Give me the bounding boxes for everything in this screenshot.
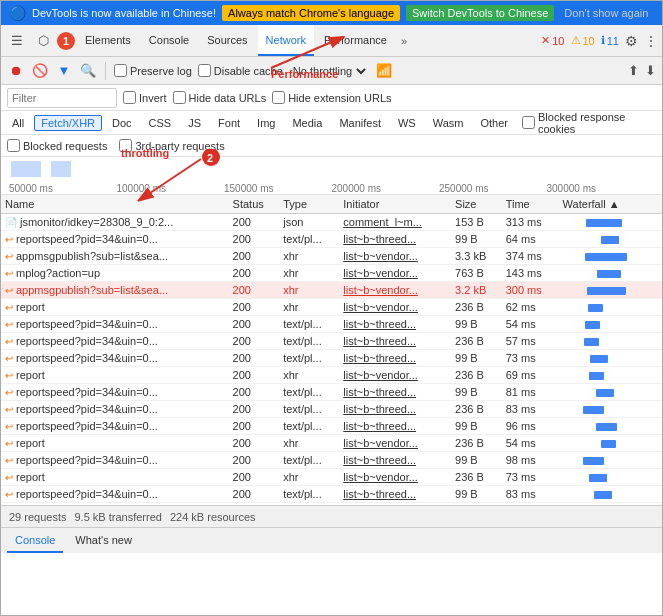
network-conditions-icon[interactable]: 📶 bbox=[375, 62, 393, 80]
cell-type: xhr bbox=[279, 367, 339, 384]
cell-initiator[interactable]: list~b~threed... bbox=[339, 418, 451, 435]
type-filter-doc[interactable]: Doc bbox=[105, 115, 139, 131]
hide-extension-urls-checkbox[interactable]: Hide extension URLs bbox=[272, 91, 391, 104]
cell-initiator[interactable]: list~b~threed... bbox=[339, 333, 451, 350]
preserve-log-checkbox[interactable]: Preserve log bbox=[114, 64, 192, 77]
type-filter-js[interactable]: JS bbox=[181, 115, 208, 131]
tab-sources[interactable]: Sources bbox=[199, 25, 255, 56]
blocked-response-cookies-checkbox[interactable]: Blocked response cookies bbox=[522, 111, 658, 135]
table-row[interactable]: ↩reportspeed?pid=34&uin=0...200text/pl..… bbox=[1, 333, 662, 350]
cell-initiator[interactable]: list~b~vendor... bbox=[339, 299, 451, 316]
cell-initiator[interactable]: list~b~threed... bbox=[339, 316, 451, 333]
table-row[interactable]: ↩reportspeed?pid=34&uin=0...200text/pl..… bbox=[1, 350, 662, 367]
cell-initiator[interactable]: list~b~vendor... bbox=[339, 265, 451, 282]
disable-cache-checkbox[interactable]: Disable cache bbox=[198, 64, 283, 77]
third-party-input[interactable] bbox=[119, 139, 132, 152]
cell-initiator[interactable]: list~b~vendor... bbox=[339, 282, 451, 299]
network-table-wrap[interactable]: Name Status Type Initiator Size Time Wat… bbox=[1, 195, 662, 505]
blocked-response-cookies-input[interactable] bbox=[522, 116, 535, 129]
tab-network[interactable]: Network bbox=[258, 25, 314, 56]
type-filter-manifest[interactable]: Manifest bbox=[332, 115, 388, 131]
cursor-icon[interactable]: ☰ bbox=[5, 29, 29, 53]
bottom-tab-whatsnew[interactable]: What's new bbox=[67, 528, 140, 553]
cell-size: 236 B bbox=[451, 469, 502, 486]
inspect-icon[interactable]: ⬡ bbox=[31, 29, 55, 53]
export-icon[interactable]: ⬇ bbox=[645, 63, 656, 78]
table-row[interactable]: ↩report200xhrlist~b~vendor...236 B62 ms bbox=[1, 299, 662, 316]
filter-input[interactable] bbox=[7, 88, 117, 108]
third-party-checkbox[interactable]: 3rd-party requests bbox=[119, 139, 224, 152]
switch-language-button[interactable]: Switch DevTools to Chinese bbox=[406, 5, 554, 21]
col-time[interactable]: Time bbox=[502, 195, 559, 214]
tab-performance[interactable]: Performance bbox=[316, 25, 395, 56]
invert-checkbox[interactable]: Invert bbox=[123, 91, 167, 104]
table-row[interactable]: ↩reportspeed?pid=34&uin=0...200text/pl..… bbox=[1, 452, 662, 469]
col-size[interactable]: Size bbox=[451, 195, 502, 214]
tab-console[interactable]: Console bbox=[141, 25, 197, 56]
table-row[interactable]: ↩report200xhrlist~b~vendor...236 B54 ms bbox=[1, 435, 662, 452]
type-filter-img[interactable]: Img bbox=[250, 115, 282, 131]
table-row[interactable]: ↩appmsgpublish?sub=list&sea...200xhrlist… bbox=[1, 282, 662, 299]
disable-cache-input[interactable] bbox=[198, 64, 211, 77]
hide-data-urls-input[interactable] bbox=[173, 91, 186, 104]
bottom-tab-console[interactable]: Console bbox=[7, 528, 63, 553]
dismiss-banner-button[interactable]: Don't show again bbox=[564, 7, 648, 19]
hide-data-urls-checkbox[interactable]: Hide data URLs bbox=[173, 91, 267, 104]
filter-icon[interactable]: ▼ bbox=[55, 62, 73, 80]
more-options-icon[interactable]: ⋮ bbox=[644, 33, 658, 49]
table-row[interactable]: ↩reportspeed?pid=34&uin=0...200text/pl..… bbox=[1, 231, 662, 248]
cell-initiator[interactable]: list~b~threed... bbox=[339, 486, 451, 503]
table-row[interactable]: ↩reportspeed?pid=34&uin=0...200text/pl..… bbox=[1, 316, 662, 333]
table-row[interactable]: ↩reportspeed?pid=34&uin=0...200text/pl..… bbox=[1, 486, 662, 503]
table-row[interactable]: ↩reportspeed?pid=34&uin=0...200text/pl..… bbox=[1, 418, 662, 435]
type-filter-all[interactable]: All bbox=[5, 115, 31, 131]
cell-initiator[interactable]: list~b~vendor... bbox=[339, 248, 451, 265]
import-icon[interactable]: ⬆ bbox=[628, 63, 639, 78]
table-row[interactable]: ↩reportspeed?pid=34&uin=0...200text/pl..… bbox=[1, 384, 662, 401]
col-initiator[interactable]: Initiator bbox=[339, 195, 451, 214]
cell-initiator[interactable]: list~b~threed... bbox=[339, 231, 451, 248]
cell-initiator[interactable]: list~b~threed... bbox=[339, 401, 451, 418]
table-row[interactable]: ↩report200xhrlist~b~vendor...236 B73 ms bbox=[1, 469, 662, 486]
hide-extension-urls-input[interactable] bbox=[272, 91, 285, 104]
cell-type: xhr bbox=[279, 469, 339, 486]
col-name[interactable]: Name bbox=[1, 195, 229, 214]
table-row[interactable]: ↩mplog?action=up200xhrlist~b~vendor...76… bbox=[1, 265, 662, 282]
col-type[interactable]: Type bbox=[279, 195, 339, 214]
disable-cache-label: Disable cache bbox=[214, 65, 283, 77]
type-filter-fetchxhr[interactable]: Fetch/XHR bbox=[34, 115, 102, 131]
table-row[interactable]: ↩reportspeed?pid=34&uin=0...200text/pl..… bbox=[1, 401, 662, 418]
cell-time: 57 ms bbox=[502, 333, 559, 350]
more-tabs-button[interactable]: » bbox=[397, 35, 411, 47]
cell-initiator[interactable]: list~b~vendor... bbox=[339, 435, 451, 452]
cell-initiator[interactable]: list~b~threed... bbox=[339, 452, 451, 469]
cell-initiator[interactable]: list~b~vendor... bbox=[339, 367, 451, 384]
table-row[interactable]: 📄jsmonitor/idkey=28308_9_0:2...200jsonco… bbox=[1, 214, 662, 231]
invert-input[interactable] bbox=[123, 91, 136, 104]
search-icon[interactable]: 🔍 bbox=[79, 62, 97, 80]
blocked-requests-input[interactable] bbox=[7, 139, 20, 152]
col-status[interactable]: Status bbox=[229, 195, 280, 214]
cell-initiator[interactable]: list~b~threed... bbox=[339, 384, 451, 401]
type-filter-css[interactable]: CSS bbox=[142, 115, 179, 131]
throttle-select[interactable]: No throttling Fast 3G Slow 3G Offline bbox=[289, 64, 369, 78]
type-filter-other[interactable]: Other bbox=[473, 115, 515, 131]
cell-initiator[interactable]: list~b~threed... bbox=[339, 350, 451, 367]
clear-button[interactable]: 🚫 bbox=[31, 62, 49, 80]
table-row[interactable]: ↩appmsgpublish?sub=list&sea...200xhrlist… bbox=[1, 248, 662, 265]
type-filter-font[interactable]: Font bbox=[211, 115, 247, 131]
cell-initiator[interactable]: comment_l~m... bbox=[339, 214, 451, 231]
preserve-log-input[interactable] bbox=[114, 64, 127, 77]
cell-status: 200 bbox=[229, 435, 280, 452]
settings-icon[interactable]: ⚙ bbox=[625, 33, 638, 49]
col-waterfall[interactable]: Waterfall ▲ bbox=[559, 195, 662, 214]
type-filter-media[interactable]: Media bbox=[285, 115, 329, 131]
type-filter-wasm[interactable]: Wasm bbox=[426, 115, 471, 131]
type-filter-ws[interactable]: WS bbox=[391, 115, 423, 131]
tab-elements[interactable]: Elements bbox=[77, 25, 139, 56]
table-row[interactable]: ↩report200xhrlist~b~vendor...236 B69 ms bbox=[1, 367, 662, 384]
match-language-button[interactable]: Always match Chrome's language bbox=[222, 5, 400, 21]
cell-initiator[interactable]: list~b~vendor... bbox=[339, 469, 451, 486]
blocked-requests-checkbox[interactable]: Blocked requests bbox=[7, 139, 107, 152]
record-button[interactable]: ⏺ bbox=[7, 62, 25, 80]
